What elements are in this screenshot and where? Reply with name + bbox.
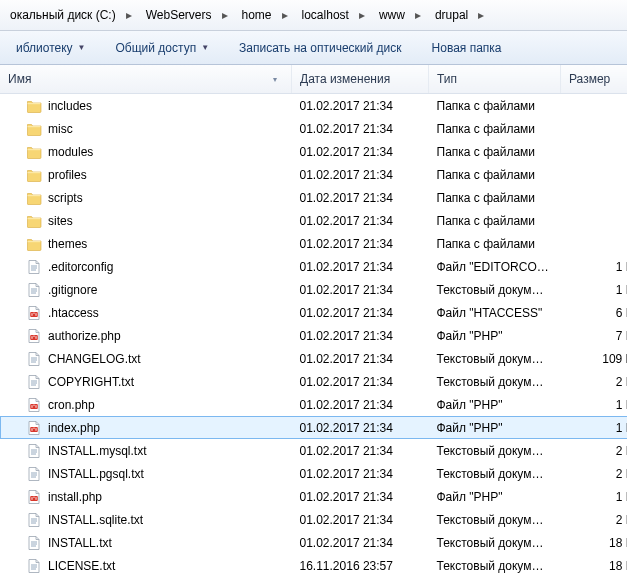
- file-date: 01.02.2017 21:34: [292, 301, 429, 324]
- file-name: modules: [48, 145, 93, 159]
- table-row[interactable]: CHANGELOG.txt01.02.2017 21:34Текстовый д…: [0, 347, 627, 370]
- table-row[interactable]: LICENSE.txt16.11.2016 23:57Текстовый док…: [0, 554, 627, 577]
- folder-icon: [26, 236, 42, 252]
- file-date: 01.02.2017 21:34: [292, 370, 429, 393]
- table-row[interactable]: index.php01.02.2017 21:34Файл "PHP"1 КБ: [0, 416, 627, 439]
- file-date: 01.02.2017 21:34: [292, 416, 429, 439]
- table-row[interactable]: install.php01.02.2017 21:34Файл "PHP"1 К…: [0, 485, 627, 508]
- file-size: [561, 117, 628, 140]
- file-list[interactable]: Имя▾ Дата изменения Тип Размер includes0…: [0, 65, 627, 581]
- column-header-date[interactable]: Дата изменения: [292, 65, 429, 94]
- file-type: Текстовый докум…: [429, 347, 561, 370]
- file-date: 01.02.2017 21:34: [292, 439, 429, 462]
- share-button[interactable]: Общий доступ▼: [108, 34, 218, 62]
- file-name: includes: [48, 99, 92, 113]
- file-size: 2 КБ: [561, 439, 628, 462]
- table-row[interactable]: authorize.php01.02.2017 21:34Файл "PHP"7…: [0, 324, 627, 347]
- file-size: [561, 186, 628, 209]
- file-type: Файл "HTACCESS": [429, 301, 561, 324]
- file-type: Текстовый докум…: [429, 577, 561, 581]
- table-row[interactable]: profiles01.02.2017 21:34Папка с файлами: [0, 163, 627, 186]
- file-size: [561, 140, 628, 163]
- file-type: Папка с файлами: [429, 209, 561, 232]
- file-name: COPYRIGHT.txt: [48, 375, 134, 389]
- file-name: profiles: [48, 168, 87, 182]
- file-name: themes: [48, 237, 87, 251]
- breadcrumb-segment[interactable]: drupal▸: [429, 4, 492, 26]
- txt-icon: [26, 351, 42, 367]
- table-row[interactable]: INSTALL.pgsql.txt01.02.2017 21:34Текстов…: [0, 462, 627, 485]
- file-date: 01.02.2017 21:34: [292, 462, 429, 485]
- breadcrumb-segment[interactable]: home▸: [236, 4, 296, 26]
- include-in-library-button[interactable]: иблиотеку▼: [8, 34, 94, 62]
- file-size: [561, 209, 628, 232]
- file-date: 01.02.2017 21:34: [292, 508, 429, 531]
- file-date: 01.02.2017 21:34: [292, 347, 429, 370]
- file-name: authorize.php: [48, 329, 121, 343]
- file-name: .editorconfig: [48, 260, 113, 274]
- table-row[interactable]: .htaccess01.02.2017 21:34Файл "HTACCESS"…: [0, 301, 627, 324]
- table-row[interactable]: .editorconfig01.02.2017 21:34Файл "EDITO…: [0, 255, 627, 278]
- file-size: 1 КБ: [561, 485, 628, 508]
- folder-icon: [26, 98, 42, 114]
- file-type: Текстовый докум…: [429, 278, 561, 301]
- file-type: Текстовый докум…: [429, 508, 561, 531]
- file-date: 01.02.2017 21:34: [292, 531, 429, 554]
- file-name: index.php: [48, 421, 100, 435]
- file-name: INSTALL.sqlite.txt: [48, 513, 143, 527]
- breadcrumb-label: WebServers: [142, 8, 216, 22]
- file-type: Папка с файлами: [429, 94, 561, 118]
- file-type: Текстовый докум…: [429, 462, 561, 485]
- file-date: 01.02.2017 21:34: [292, 255, 429, 278]
- file-date: 01.02.2017 21:34: [292, 94, 429, 118]
- file-size: [561, 163, 628, 186]
- table-row[interactable]: modules01.02.2017 21:34Папка с файлами: [0, 140, 627, 163]
- table-row[interactable]: INSTALL.mysql.txt01.02.2017 21:34Текстов…: [0, 439, 627, 462]
- table-row[interactable]: includes01.02.2017 21:34Папка с файлами: [0, 94, 627, 118]
- sort-indicator-icon: ▾: [273, 75, 277, 84]
- table-row[interactable]: themes01.02.2017 21:34Папка с файлами: [0, 232, 627, 255]
- chevron-right-icon: ▸: [216, 8, 234, 22]
- table-row[interactable]: sites01.02.2017 21:34Папка с файлами: [0, 209, 627, 232]
- burn-button[interactable]: Записать на оптический диск: [231, 34, 410, 62]
- column-header-type[interactable]: Тип: [429, 65, 561, 94]
- file-name: scripts: [48, 191, 83, 205]
- folder-icon: [26, 190, 42, 206]
- file-name: CHANGELOG.txt: [48, 352, 141, 366]
- file-type: Текстовый докум…: [429, 439, 561, 462]
- breadcrumb-segment[interactable]: www▸: [373, 4, 429, 26]
- txt-icon: [26, 374, 42, 390]
- breadcrumb-label: окальный диск (C:): [6, 8, 120, 22]
- file-size: 1 КБ: [561, 393, 628, 416]
- breadcrumb-segment[interactable]: localhost▸: [296, 4, 373, 26]
- table-row[interactable]: MAINTAINERS.txt01.02.2017 21:34Текстовый…: [0, 577, 627, 581]
- table-row[interactable]: scripts01.02.2017 21:34Папка с файлами: [0, 186, 627, 209]
- file-type: Файл "PHP": [429, 324, 561, 347]
- toolbar: иблиотеку▼ Общий доступ▼ Записать на опт…: [0, 31, 627, 65]
- table-row[interactable]: INSTALL.sqlite.txt01.02.2017 21:34Тексто…: [0, 508, 627, 531]
- chevron-right-icon: ▸: [276, 8, 294, 22]
- file-date: 01.02.2017 21:34: [292, 140, 429, 163]
- table-row[interactable]: INSTALL.txt01.02.2017 21:34Текстовый док…: [0, 531, 627, 554]
- file-size: 109 КБ: [561, 347, 628, 370]
- table-row[interactable]: .gitignore01.02.2017 21:34Текстовый доку…: [0, 278, 627, 301]
- breadcrumb-label: home: [238, 8, 276, 22]
- breadcrumb-segment[interactable]: окальный диск (C:)▸: [4, 4, 140, 26]
- breadcrumb-segment[interactable]: WebServers▸: [140, 4, 236, 26]
- php-icon: [26, 305, 42, 321]
- chevron-right-icon: ▸: [472, 8, 490, 22]
- column-header-size[interactable]: Размер: [561, 65, 628, 94]
- table-row[interactable]: misc01.02.2017 21:34Папка с файлами: [0, 117, 627, 140]
- file-name: .htaccess: [48, 306, 99, 320]
- new-folder-button[interactable]: Новая папка: [424, 34, 510, 62]
- file-size: 2 КБ: [561, 508, 628, 531]
- chevron-down-icon: ▼: [78, 43, 86, 52]
- table-row[interactable]: cron.php01.02.2017 21:34Файл "PHP"1 КБ: [0, 393, 627, 416]
- file-type: Файл "PHP": [429, 393, 561, 416]
- table-row[interactable]: COPYRIGHT.txt01.02.2017 21:34Текстовый д…: [0, 370, 627, 393]
- column-header-name[interactable]: Имя▾: [0, 65, 292, 94]
- file-name: sites: [48, 214, 73, 228]
- folder-icon: [26, 213, 42, 229]
- breadcrumb-label: localhost: [298, 8, 353, 22]
- address-bar[interactable]: окальный диск (C:)▸WebServers▸home▸local…: [0, 0, 627, 31]
